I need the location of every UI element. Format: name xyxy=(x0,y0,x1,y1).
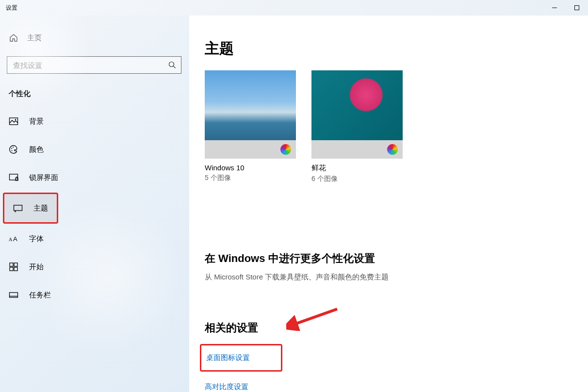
sidebar-item-label: 颜色 xyxy=(29,145,44,154)
svg-text:A: A xyxy=(13,235,17,243)
link-row: 桌面图标设置 xyxy=(205,344,572,372)
theme-thumbnail xyxy=(205,70,296,140)
sidebar-item-lockscreen[interactable]: 锁屏界面 xyxy=(0,163,189,192)
sidebar-home-label: 主页 xyxy=(27,33,42,43)
theme-card-flowers[interactable]: 鲜花 6 个图像 xyxy=(311,70,403,183)
annotation-highlight-themes: 主题 xyxy=(3,193,58,224)
svg-point-7 xyxy=(13,147,14,148)
sidebar-home[interactable]: 主页 xyxy=(0,26,189,49)
theme-thumbnail xyxy=(311,70,403,140)
theme-icon xyxy=(13,203,23,213)
svg-point-8 xyxy=(12,150,13,151)
window-title: 设置 xyxy=(6,4,17,12)
svg-rect-18 xyxy=(10,293,18,297)
palette-icon xyxy=(9,145,18,154)
sidebar-item-label: 开始 xyxy=(29,262,44,272)
titlebar: 设置 xyxy=(0,0,588,16)
sidebar-item-label: 背景 xyxy=(29,117,44,126)
sidebar-item-label: 任务栏 xyxy=(29,291,51,300)
search-box[interactable] xyxy=(7,56,181,74)
color-wheel-icon xyxy=(387,144,398,155)
maximize-icon xyxy=(574,5,579,10)
sidebar-item-fonts[interactable]: AA 字体 xyxy=(0,225,189,253)
maximize-button[interactable] xyxy=(566,0,588,16)
theme-name: 鲜花 xyxy=(311,163,403,173)
start-icon xyxy=(9,262,18,272)
sidebar-item-taskbar[interactable]: 任务栏 xyxy=(0,281,189,309)
related-settings-header: 相关的设置 xyxy=(205,321,572,335)
minimize-button[interactable] xyxy=(543,0,566,16)
font-icon: AA xyxy=(9,234,18,244)
sidebar-item-label: 字体 xyxy=(29,234,44,244)
minimize-icon xyxy=(552,5,557,10)
search-input[interactable] xyxy=(13,61,168,69)
color-wheel-icon xyxy=(280,144,291,155)
svg-rect-11 xyxy=(14,205,22,211)
sidebar-category: 个性化 xyxy=(9,89,189,98)
svg-rect-16 xyxy=(10,267,13,271)
svg-rect-1 xyxy=(575,6,579,10)
high-contrast-link[interactable]: 高对比度设置 xyxy=(205,382,248,391)
svg-point-5 xyxy=(15,119,16,120)
theme-footer xyxy=(311,140,403,159)
sidebar-item-background[interactable]: 背景 xyxy=(0,107,189,135)
svg-text:A: A xyxy=(9,237,13,242)
more-personalization-header: 在 Windows 中进行更多个性化设置 xyxy=(205,251,572,266)
desktop-icons-link[interactable]: 桌面图标设置 xyxy=(206,353,250,361)
annotation-highlight-desktop-icons: 桌面图标设置 xyxy=(200,344,282,372)
sidebar-item-label: 主题 xyxy=(33,204,48,213)
theme-subtitle: 6 个图像 xyxy=(311,175,403,183)
sidebar-item-colors[interactable]: 颜色 xyxy=(0,135,189,163)
themes-row: Windows 10 5 个图像 鲜花 6 个图像 xyxy=(205,70,572,183)
taskbar-icon xyxy=(9,290,18,300)
sidebar-item-start[interactable]: 开始 xyxy=(0,253,189,281)
theme-card-win10[interactable]: Windows 10 5 个图像 xyxy=(205,70,296,183)
svg-rect-17 xyxy=(14,267,17,271)
body: 主页 个性化 背景 xyxy=(0,16,588,392)
theme-subtitle: 5 个图像 xyxy=(205,174,296,182)
svg-rect-14 xyxy=(10,263,13,266)
lockscreen-icon xyxy=(9,173,18,182)
svg-line-3 xyxy=(173,66,175,68)
picture-icon xyxy=(9,116,18,126)
search-wrap xyxy=(7,56,180,74)
theme-name: Windows 10 xyxy=(205,163,296,172)
theme-footer xyxy=(205,140,296,159)
sidebar-item-label: 锁屏界面 xyxy=(29,173,58,182)
page-title: 主题 xyxy=(205,39,572,59)
svg-point-2 xyxy=(169,62,174,67)
settings-window: 设置 主页 xyxy=(0,0,588,392)
sidebar: 主页 个性化 背景 xyxy=(0,16,189,392)
sidebar-item-themes[interactable]: 主题 xyxy=(4,194,57,222)
link-row: 高对比度设置 xyxy=(205,382,572,392)
content-area: 主题 Windows 10 5 个图像 鲜花 6 个图像 xyxy=(189,16,588,392)
more-personalization-desc: 从 Microsoft Store 下载兼具壁纸、声音和颜色的免费主题 xyxy=(205,273,572,282)
search-icon xyxy=(168,61,176,69)
home-icon xyxy=(9,33,18,43)
svg-point-6 xyxy=(11,148,12,149)
window-controls xyxy=(543,0,588,16)
svg-rect-15 xyxy=(14,263,17,266)
